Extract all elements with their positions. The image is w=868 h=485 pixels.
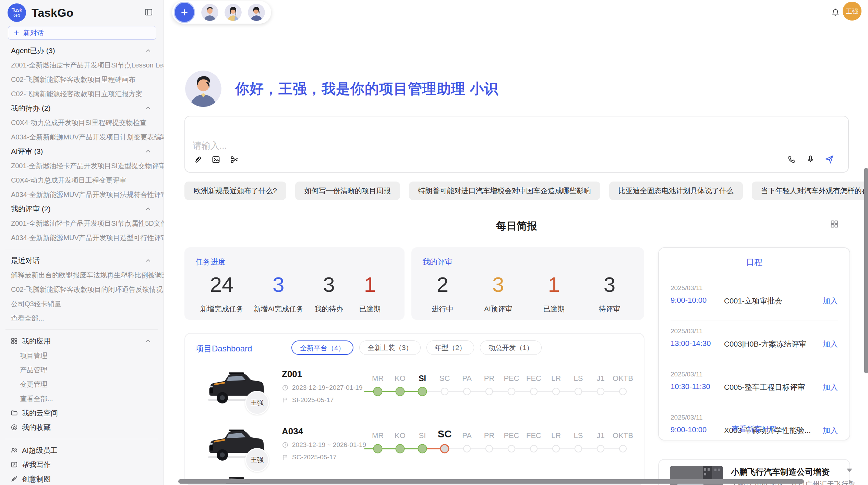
microphone-icon[interactable] [806,154,815,164]
apps-view-all[interactable]: 查看全部... [0,391,164,406]
app-item-change-mgmt[interactable]: 变更管理 [0,377,164,391]
milestone-node[interactable] [552,445,560,452]
attachment-icon[interactable] [193,155,202,164]
sidebar-collapse-icon[interactable] [144,8,153,17]
milestone-node[interactable] [575,445,582,452]
view-all-schedule-link[interactable]: 查看所有日程 [659,424,849,434]
stat: 3AI预评审 [483,270,514,314]
milestone-node[interactable] [485,388,493,395]
user-avatar[interactable]: 王强 [843,2,861,21]
milestone-node[interactable] [463,388,471,395]
phone-icon[interactable] [787,154,797,164]
project-row[interactable]: 王强 Z001 2023-12-19~2027-01-19 SI-2025-05… [185,370,644,427]
milestone-node[interactable] [508,445,515,452]
milestone-node[interactable] [597,388,604,395]
suggestion-chip[interactable]: 比亚迪全固态电池计划具体说了什么 [609,182,743,200]
app-item-project-mgmt[interactable]: 项目管理 [0,348,164,363]
sidebar-section-agent-done[interactable]: Agent已办 (3) [0,43,164,58]
filter-pill[interactable]: 全新平台（4） [291,340,353,355]
milestone-node[interactable] [440,444,449,453]
layout-grid-icon[interactable] [830,219,839,229]
sidebar-section-my-review[interactable]: 我的评审 (2) [0,202,164,216]
filter-pill[interactable]: 动总开发（1） [480,340,541,355]
sidebar-item[interactable]: C0X4-动力总成开发项目SI里程碑提交物检查 [0,115,164,130]
milestone-node[interactable] [373,444,383,453]
sidebar-item[interactable]: C0X4-动力总成开发项目工程变更评审 [0,173,164,187]
horizontal-scrollbar-thumb[interactable] [178,479,804,484]
sidebar-item-creative-draw[interactable]: 创意制图 [0,472,164,485]
new-chat-button[interactable]: 新对话 [8,26,156,40]
milestone-node[interactable] [508,388,515,395]
suggestion-chip[interactable]: 如何写一份清晰的项目周报 [295,182,400,200]
sidebar-item[interactable]: Z001-全新燃油轻卡产品开发项目SI节点属性5D文件评审 [0,216,164,231]
sidebar-item[interactable]: 解释最新出台的欧盟报废车法规再生塑料比例被调至15%... [0,268,164,282]
milestone-node[interactable] [597,445,604,452]
sidebar-item-help-write[interactable]: 帮我写作 [0,458,164,472]
scissors-icon[interactable] [230,155,239,164]
image-icon[interactable] [211,155,221,164]
sidebar-section-my-apps[interactable]: 我的应用 [0,334,164,348]
milestone-node[interactable] [418,387,427,396]
join-link[interactable]: 加入 [823,339,838,349]
sidebar-item[interactable]: C02-飞腾新能源轻客改款项目里程碑画布 [0,72,164,87]
join-link[interactable]: 加入 [823,296,838,306]
sidebar-item[interactable]: Z001-全新燃油轻卡产品开发项目SI造型提交物评审 [0,159,164,173]
milestone-node[interactable] [441,388,448,395]
sidebar-section-my-todo[interactable]: 我的待办 (2) [0,101,164,115]
send-icon[interactable] [824,154,834,164]
milestone-node[interactable] [396,444,405,453]
milestone-label: OKTB [613,431,633,440]
chat-composer[interactable]: 请输入... [184,116,849,173]
milestone-node[interactable] [463,445,471,452]
join-link[interactable]: 加入 [823,382,838,393]
agent-avatar[interactable] [225,4,242,21]
suggestion-chip[interactable]: 欧洲新规最近颁布了什么? [184,182,286,200]
suggestion-chips: 欧洲新规最近颁布了什么? 如何写一份清晰的项目周报 特朗普可能对进口汽车增税会对… [184,182,868,200]
milestone-node[interactable] [619,445,627,452]
app-item-product-mgmt[interactable]: 产品管理 [0,363,164,377]
sidebar-item-cloud-space[interactable]: 我的云空间 [0,406,164,420]
suggestion-chip[interactable]: 特朗普可能对进口汽车增税会对中国车企造成哪些影响 [409,182,600,200]
milestone-node[interactable] [485,445,493,452]
sidebar-item[interactable]: A034-全新新能源MUV产品开发项目计划变更表编写 [0,130,164,144]
agent-avatar[interactable] [201,4,218,21]
stat-label: 我的待办 [314,304,345,314]
chevron-up-icon[interactable] [144,47,152,54]
agent-avatar[interactable] [248,4,265,21]
chevron-up-icon[interactable] [144,337,152,345]
sidebar-item[interactable]: C02-飞腾新能源轻客改款项目立项汇报方案 [0,87,164,101]
chevron-up-icon[interactable] [144,205,152,213]
milestone-node[interactable] [530,388,538,395]
chevron-up-icon[interactable] [144,257,152,264]
milestone-node[interactable] [418,444,427,453]
sidebar-section-recent[interactable]: 最近对话 [0,253,164,268]
section-label: Agent已办 (3) [11,47,55,54]
milestone-label: PA [462,374,472,383]
milestone-node[interactable] [575,388,582,395]
vertical-scrollbar-thumb[interactable] [864,168,868,373]
chevron-up-icon[interactable] [144,148,152,155]
sidebar-item-ai-employee[interactable]: AI超级员工 [0,443,164,458]
sidebar-item[interactable]: 公司Q3轻卡销量 [0,297,164,311]
notification-bell-icon[interactable] [830,7,841,17]
scroll-down-arrow[interactable] [847,469,852,472]
milestone-node[interactable] [373,387,383,396]
sidebar-item[interactable]: A034-全新新能源MUV产品开发项目法规符合性评审 [0,187,164,202]
sidebar-item[interactable]: C02-飞腾新能源轻客改款项目的闭环通告反馈情况 [0,282,164,297]
app-logo: Task Go [8,3,26,22]
milestone-node[interactable] [552,388,560,395]
milestone-node[interactable] [396,387,405,396]
sidebar-item[interactable]: Z001-全新燃油皮卡产品开发项目SI节点Lesson Learn报告 [0,58,164,72]
sidebar-item-favorites[interactable]: 我的收藏 [0,420,164,435]
milestone-node[interactable] [530,445,538,452]
sidebar-item[interactable]: A034-全新新能源MUV产品开发项目造型可行性评审 [0,231,164,245]
filter-pill[interactable]: 年型（2） [426,340,474,355]
recent-view-all[interactable]: 查看全部... [0,311,164,325]
suggestion-chip[interactable]: 当下年轻人对汽车外观有怎样的喜好趋势 [752,182,868,200]
chevron-up-icon[interactable] [144,104,152,112]
filter-pill[interactable]: 全新上装（3） [359,340,421,355]
add-agent-button[interactable] [174,2,195,23]
milestone-node[interactable] [619,388,627,395]
sidebar-section-ai-review[interactable]: AI评审 (3) [0,144,164,159]
scroll-right-arrow[interactable] [849,480,853,484]
